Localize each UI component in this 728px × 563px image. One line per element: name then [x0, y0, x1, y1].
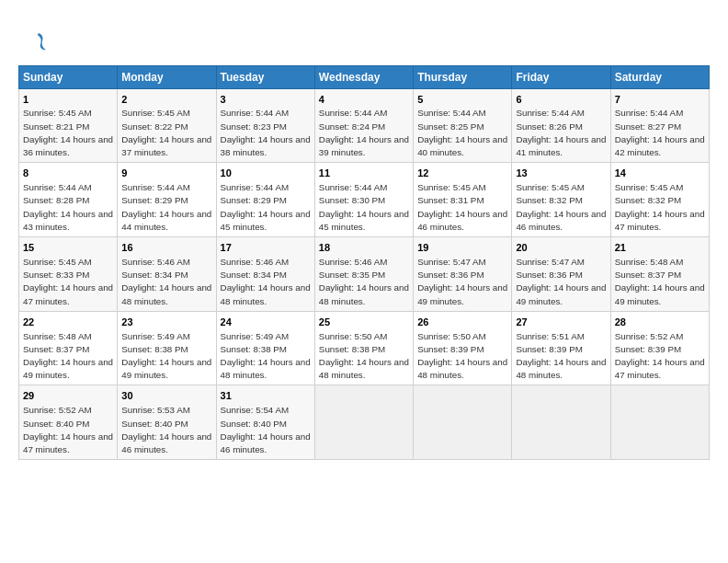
sunrise-text: Sunrise: 5:52 AM [615, 331, 684, 341]
sunrise-text: Sunrise: 5:50 AM [417, 331, 486, 341]
daylight-text: Daylight: 14 hours and 47 minutes. [23, 431, 113, 454]
day-cell: 30Sunrise: 5:53 AMSunset: 8:40 PMDayligh… [118, 385, 216, 460]
day-cell: 24Sunrise: 5:49 AMSunset: 8:38 PMDayligh… [216, 311, 314, 385]
sunset-text: Sunset: 8:38 PM [319, 344, 385, 354]
calendar-table: SundayMondayTuesdayWednesdayThursdayFrid… [18, 65, 710, 461]
day-cell: 29Sunrise: 5:52 AMSunset: 8:40 PMDayligh… [19, 385, 118, 460]
week-row-4: 22Sunrise: 5:48 AMSunset: 8:37 PMDayligh… [19, 311, 710, 385]
daylight-text: Daylight: 14 hours and 46 minutes. [516, 209, 606, 232]
daylight-text: Daylight: 14 hours and 46 minutes. [121, 431, 211, 454]
sunrise-text: Sunrise: 5:45 AM [516, 182, 585, 192]
sunrise-text: Sunrise: 5:54 AM [221, 405, 290, 415]
daylight-text: Daylight: 14 hours and 45 minutes. [221, 209, 311, 232]
logo-area [18, 15, 119, 58]
daylight-text: Daylight: 14 hours and 49 minutes. [516, 282, 606, 305]
day-number: 11 [319, 167, 409, 180]
day-cell: 17Sunrise: 5:46 AMSunset: 8:34 PMDayligh… [216, 237, 314, 312]
daylight-text: Daylight: 14 hours and 48 minutes. [319, 282, 409, 305]
sunrise-text: Sunrise: 5:47 AM [516, 257, 585, 267]
day-number: 12 [417, 167, 507, 180]
sunrise-text: Sunrise: 5:47 AM [417, 257, 486, 267]
day-cell: 2Sunrise: 5:45 AMSunset: 8:22 PMDaylight… [118, 88, 216, 163]
day-cell: 31Sunrise: 5:54 AMSunset: 8:40 PMDayligh… [216, 385, 314, 460]
sunset-text: Sunset: 8:34 PM [221, 270, 287, 280]
sunset-text: Sunset: 8:29 PM [221, 195, 287, 205]
day-number: 31 [221, 389, 311, 403]
week-row-1: 1Sunrise: 5:45 AMSunset: 8:21 PMDaylight… [19, 88, 710, 163]
daylight-text: Daylight: 14 hours and 38 minutes. [221, 134, 311, 157]
daylight-text: Daylight: 14 hours and 48 minutes. [417, 357, 507, 380]
sunset-text: Sunset: 8:40 PM [23, 419, 89, 429]
day-cell: 13Sunrise: 5:45 AMSunset: 8:32 PMDayligh… [512, 163, 610, 237]
day-number: 4 [319, 93, 409, 107]
day-number: 20 [516, 241, 606, 255]
week-row-2: 8Sunrise: 5:44 AMSunset: 8:28 PMDaylight… [19, 163, 710, 237]
sunrise-text: Sunrise: 5:45 AM [121, 108, 190, 118]
sunset-text: Sunset: 8:23 PM [221, 121, 287, 132]
sunrise-text: Sunrise: 5:48 AM [23, 331, 92, 341]
daylight-text: Daylight: 14 hours and 49 minutes. [121, 357, 211, 380]
sunrise-text: Sunrise: 5:48 AM [615, 257, 684, 267]
sunset-text: Sunset: 8:32 PM [615, 195, 681, 205]
sunrise-text: Sunrise: 5:44 AM [516, 108, 585, 118]
day-cell: 25Sunrise: 5:50 AMSunset: 8:38 PMDayligh… [314, 311, 413, 385]
daylight-text: Daylight: 14 hours and 45 minutes. [319, 209, 409, 232]
sunrise-text: Sunrise: 5:44 AM [417, 108, 486, 118]
sunset-text: Sunset: 8:32 PM [516, 195, 582, 205]
day-number: 9 [121, 167, 211, 180]
day-number: 17 [221, 241, 311, 255]
daylight-text: Daylight: 14 hours and 48 minutes. [121, 282, 211, 305]
day-cell: 5Sunrise: 5:44 AMSunset: 8:25 PMDaylight… [414, 88, 512, 163]
day-number: 28 [615, 316, 705, 329]
sunrise-text: Sunrise: 5:50 AM [319, 331, 388, 341]
day-number: 27 [516, 316, 606, 329]
header-thursday: Thursday [414, 65, 512, 88]
daylight-text: Daylight: 14 hours and 46 minutes. [417, 209, 507, 232]
header-saturday: Saturday [610, 65, 709, 88]
day-cell: 22Sunrise: 5:48 AMSunset: 8:37 PMDayligh… [19, 311, 118, 385]
daylight-text: Daylight: 14 hours and 48 minutes. [221, 357, 311, 380]
page-container: SundayMondayTuesdayWednesdayThursdayFrid… [0, 0, 728, 469]
sunset-text: Sunset: 8:25 PM [417, 121, 483, 132]
daylight-text: Daylight: 14 hours and 48 minutes. [221, 282, 311, 305]
daylight-text: Daylight: 14 hours and 48 minutes. [516, 357, 606, 380]
day-cell: 14Sunrise: 5:45 AMSunset: 8:32 PMDayligh… [610, 163, 709, 237]
logo [18, 15, 46, 58]
header-tuesday: Tuesday [216, 65, 314, 88]
day-cell: 9Sunrise: 5:44 AMSunset: 8:29 PMDaylight… [118, 163, 216, 237]
day-cell [610, 385, 709, 460]
sunset-text: Sunset: 8:24 PM [319, 121, 385, 132]
daylight-text: Daylight: 14 hours and 37 minutes. [121, 134, 211, 157]
sunrise-text: Sunrise: 5:44 AM [615, 108, 684, 118]
sunrise-text: Sunrise: 5:45 AM [23, 108, 92, 118]
day-number: 23 [121, 316, 211, 329]
day-cell: 23Sunrise: 5:49 AMSunset: 8:38 PMDayligh… [118, 311, 216, 385]
sunset-text: Sunset: 8:30 PM [319, 195, 385, 205]
day-cell: 11Sunrise: 5:44 AMSunset: 8:30 PMDayligh… [314, 163, 413, 237]
daylight-text: Daylight: 14 hours and 43 minutes. [23, 209, 113, 232]
sunset-text: Sunset: 8:36 PM [516, 270, 582, 280]
daylight-text: Daylight: 14 hours and 49 minutes. [417, 282, 507, 305]
sunrise-text: Sunrise: 5:44 AM [319, 182, 388, 192]
week-row-3: 15Sunrise: 5:45 AMSunset: 8:33 PMDayligh… [19, 237, 710, 312]
sunset-text: Sunset: 8:34 PM [121, 270, 188, 280]
header-wednesday: Wednesday [314, 65, 413, 88]
sunrise-text: Sunrise: 5:44 AM [221, 108, 290, 118]
day-cell: 26Sunrise: 5:50 AMSunset: 8:39 PMDayligh… [414, 311, 512, 385]
day-number: 2 [121, 93, 211, 107]
day-cell: 27Sunrise: 5:51 AMSunset: 8:39 PMDayligh… [512, 311, 610, 385]
sunset-text: Sunset: 8:37 PM [23, 344, 89, 354]
header-friday: Friday [512, 65, 610, 88]
day-number: 7 [615, 93, 705, 107]
sunset-text: Sunset: 8:28 PM [23, 195, 89, 205]
sunset-text: Sunset: 8:22 PM [121, 121, 188, 132]
day-cell: 28Sunrise: 5:52 AMSunset: 8:39 PMDayligh… [610, 311, 709, 385]
day-number: 10 [221, 167, 311, 180]
day-number: 8 [23, 167, 113, 180]
sunset-text: Sunset: 8:37 PM [615, 270, 681, 280]
day-number: 14 [615, 167, 705, 180]
sunrise-text: Sunrise: 5:45 AM [23, 257, 92, 267]
week-row-5: 29Sunrise: 5:52 AMSunset: 8:40 PMDayligh… [19, 385, 710, 460]
sunrise-text: Sunrise: 5:45 AM [615, 182, 684, 192]
day-number: 13 [516, 167, 606, 180]
